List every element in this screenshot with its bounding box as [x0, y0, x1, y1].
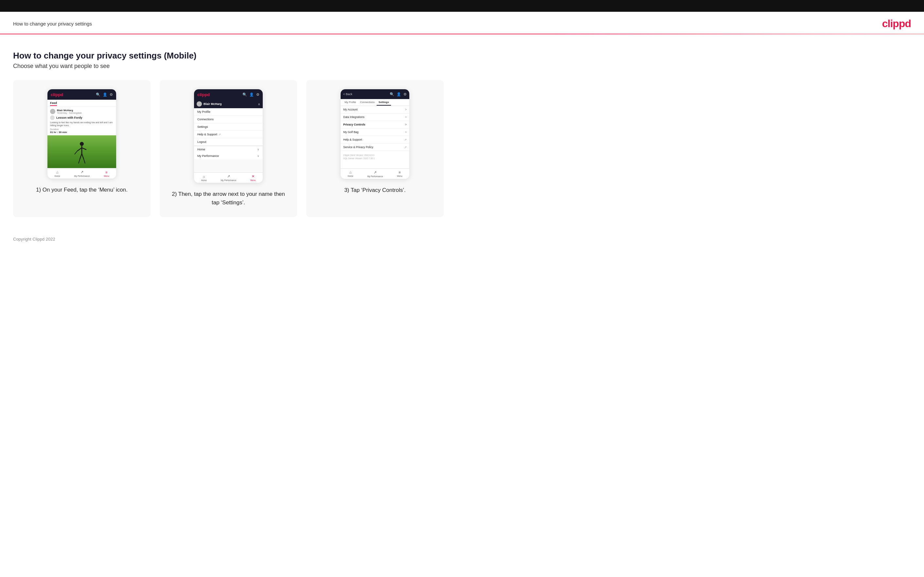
svg-line-6 — [79, 159, 80, 163]
top-bar — [0, 0, 924, 12]
mockup-2: clippd 🔍 👤 ⚙ Blair McHarg ∧ — [194, 89, 263, 183]
menu-item-helpsupport-label: Help & Support — [197, 133, 217, 136]
post-header: Blair McHarg Yesterday · Sunningdale — [50, 109, 113, 114]
mockup1-post: Blair McHarg Yesterday · Sunningdale Les… — [47, 107, 116, 134]
menu-item-logout: Logout — [194, 138, 263, 146]
header-title: How to change your privacy settings — [13, 21, 92, 26]
mockup2-logo: clippd — [197, 92, 210, 97]
mockup2-nav: clippd 🔍 👤 ⚙ — [194, 89, 263, 100]
privacycontrols-chevron: > — [405, 123, 407, 126]
menu-user-left: Blair McHarg — [197, 102, 222, 106]
mockup1-nav-icons: 🔍 👤 ⚙ — [96, 92, 113, 97]
mockup3-bottom-bar: ⌂ Home ↗ My Performance ≡ Menu — [341, 168, 409, 179]
settings-item-helpsupport[interactable]: Help & Support ↗ — [341, 136, 409, 143]
performance-icon-2: ↗ — [227, 174, 230, 179]
version-info: Clippd Client Version: 2022.8.3-3 GQL Se… — [341, 151, 409, 162]
menu-item-connections-label: Connections — [197, 118, 214, 121]
mockup2-nav-icons: 🔍 👤 ⚙ — [242, 92, 260, 97]
menu-section-home-label: Home — [197, 148, 205, 151]
tab-connections[interactable]: Connections — [358, 99, 376, 106]
svg-line-5 — [80, 154, 82, 159]
myaccount-label: My Account — [343, 108, 358, 111]
menu-item-myprofile: My Profile — [194, 108, 263, 116]
mockup-1: clippd 🔍 👤 ⚙ Feed Blair M — [47, 89, 116, 179]
bottom-home-3: ⌂ Home — [347, 170, 353, 177]
settings-icon-3: ⚙ — [404, 92, 407, 97]
menu-item-settings-label: Settings — [197, 125, 208, 129]
settings-item-privacycontrols[interactable]: Privacy Controls > — [341, 121, 409, 129]
menu-label: Menu — [104, 175, 109, 177]
lesson-icon — [50, 115, 55, 120]
settings-spacer — [341, 162, 409, 168]
settings-item-dataintegrations[interactable]: Data Integrations > — [341, 113, 409, 121]
bottom-menu-3: ≡ Menu — [397, 170, 402, 177]
home-icon-2: ⌂ — [203, 174, 205, 179]
post-user-sub: Yesterday · Sunningdale — [57, 112, 82, 114]
mockup1-nav: clippd 🔍 👤 ⚙ — [47, 89, 116, 100]
main-content: How to change your privacy settings (Mob… — [0, 44, 924, 230]
tab-myprofile[interactable]: My Profile — [342, 99, 358, 106]
helpsupport-external-icon: ↗ — [404, 138, 407, 141]
card-1-caption: 1) On your Feed, tap the ‘Menu’ icon. — [36, 186, 128, 194]
external-link-icon: ↗ — [218, 133, 221, 136]
dataintegrations-label: Data Integrations — [343, 115, 365, 119]
tab-settings[interactable]: Settings — [376, 99, 391, 106]
mockup-3: < Back 🔍 👤 ⚙ My Profile Connections Sett… — [341, 89, 409, 179]
svg-line-8 — [84, 159, 85, 163]
logo: clippd — [882, 18, 911, 30]
menu-list: My Profile Connections Settings Help & S… — [194, 108, 263, 146]
mockup1-feed-tab: Feed — [47, 100, 116, 107]
dataintegrations-chevron: > — [405, 115, 407, 119]
golfer-svg — [74, 141, 90, 165]
performance-label-2: My Performance — [221, 179, 237, 181]
menu-section-home: Home ∨ — [194, 146, 263, 153]
step-3-card: < Back 🔍 👤 ⚙ My Profile Connections Sett… — [306, 80, 444, 217]
lesson-desc: Looking to feel like my hands are exitin… — [50, 121, 113, 127]
performance-label-3: My Performance — [367, 175, 383, 177]
home-label-2: Home — [201, 179, 207, 181]
home-icon-3: ⌂ — [349, 170, 352, 174]
post-avatar — [50, 109, 55, 114]
home-label: Home — [54, 175, 60, 177]
serviceprivacy-label: Service & Privacy Policy — [343, 145, 373, 149]
menu-label-3: Menu — [397, 175, 402, 177]
bottom-home: ⌂ Home — [54, 170, 60, 177]
mockup1-bottom-bar: ⌂ Home ↗ My Performance ≡ Menu — [47, 168, 116, 179]
version-line-1: Clippd Client Version: 2022.8.3-3 — [343, 154, 407, 157]
bottom-performance-3: ↗ My Performance — [367, 170, 383, 177]
copyright: Copyright Clippd 2022 — [13, 237, 55, 242]
menu-item-settings: Settings — [194, 123, 263, 131]
settings-item-mygolfbag[interactable]: My Golf Bag > — [341, 129, 409, 136]
card-3-caption: 3) Tap ‘Privacy Controls’. — [344, 186, 406, 195]
duration-label: Duration — [50, 128, 113, 131]
duration-value: 01 hr : 30 min — [50, 131, 113, 134]
post-user-name: Blair McHarg — [57, 109, 82, 112]
user-icon-2: 👤 — [249, 92, 254, 97]
menu-icon: ≡ — [105, 170, 107, 174]
footer: Copyright Clippd 2022 — [0, 230, 924, 248]
svg-line-7 — [82, 154, 84, 159]
back-button[interactable]: < Back — [343, 92, 352, 96]
card-2-caption: 2) Then, tap the arrow next to your name… — [169, 190, 288, 206]
close-icon: ✕ — [252, 174, 255, 179]
svg-line-2 — [77, 148, 82, 151]
menu-item-helpsupport: Help & Support ↗ — [194, 131, 263, 138]
user-icon: 👤 — [103, 92, 107, 97]
golf-image — [47, 135, 116, 168]
settings-icon: ⚙ — [110, 92, 113, 97]
svg-point-0 — [80, 142, 84, 146]
user-icon-3: 👤 — [397, 92, 401, 97]
bottom-menu: ≡ Menu — [104, 170, 109, 177]
step-1-card: clippd 🔍 👤 ⚙ Feed Blair M — [13, 80, 150, 217]
mockup1-logo: clippd — [51, 92, 63, 97]
helpsupport-label: Help & Support — [343, 138, 362, 141]
search-icon-2: 🔍 — [242, 92, 247, 97]
lesson-title: Lesson with Fordy — [56, 116, 82, 119]
settings-item-myaccount[interactable]: My Account > — [341, 106, 409, 113]
bottom-performance: ↗ My Performance — [74, 170, 90, 177]
step-2-card: clippd 🔍 👤 ⚙ Blair McHarg ∧ — [160, 80, 297, 217]
overlay-bg — [194, 159, 263, 172]
settings-item-serviceprivacy[interactable]: Service & Privacy Policy ↗ — [341, 143, 409, 151]
menu-user-chevron: ∧ — [258, 102, 260, 106]
performance-chevron-icon: ∨ — [257, 154, 260, 158]
